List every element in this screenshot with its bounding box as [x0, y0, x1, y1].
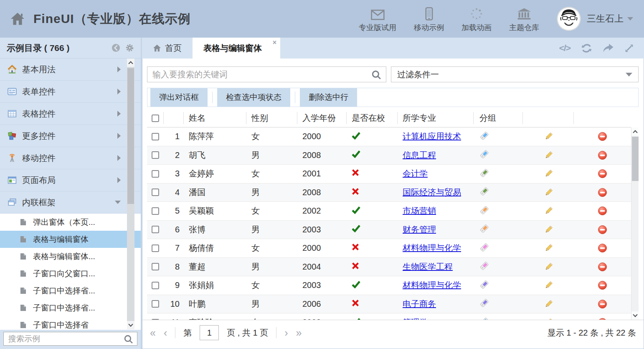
row-checkbox[interactable] [152, 263, 159, 270]
sidebar-subitem[interactable]: 子窗口向父窗口... [0, 265, 141, 282]
column-header[interactable]: 所学专业 [398, 109, 474, 127]
sidebar-item-form[interactable]: 表单控件 [0, 81, 141, 103]
delete-icon[interactable] [598, 132, 607, 141]
major-link[interactable]: 生物医学工程 [403, 261, 453, 273]
toolbar-button[interactable]: 检查选中项状态 [217, 88, 290, 107]
gear-icon[interactable] [125, 43, 134, 52]
collapse-icon[interactable] [112, 43, 120, 52]
next-page-icon[interactable]: › [284, 328, 288, 338]
home-icon[interactable] [10, 12, 25, 25]
major-link[interactable]: 市场营销 [403, 205, 436, 217]
scroll-down-icon[interactable] [631, 311, 639, 320]
edit-icon[interactable] [544, 132, 553, 141]
major-link[interactable]: 财务管理 [403, 224, 436, 235]
delete-icon[interactable] [598, 299, 607, 309]
avatar[interactable] [557, 7, 581, 31]
major-link[interactable]: 会计学 [403, 168, 428, 179]
filter-dropdown[interactable]: 过滤条件一 [391, 66, 639, 82]
last-page-icon[interactable]: » [296, 328, 302, 338]
sidebar-item-mobile[interactable]: 移动控件 [0, 147, 141, 169]
sidebar-item-basic[interactable]: 基本用法 [0, 59, 141, 81]
column-header[interactable]: 是否在校 [347, 109, 398, 127]
column-header[interactable] [574, 109, 631, 127]
row-checkbox[interactable] [152, 207, 159, 215]
sidebar-item-layout[interactable]: 页面布局 [0, 169, 141, 191]
first-page-icon[interactable]: « [150, 328, 156, 338]
header-action-loading[interactable]: 加载动画 [461, 5, 492, 33]
edit-icon[interactable] [544, 206, 553, 216]
row-checkbox[interactable] [152, 282, 159, 289]
sidebar-item-more[interactable]: 更多控件 [0, 125, 141, 147]
major-link[interactable]: 管理学 [403, 317, 428, 320]
header-action-theme[interactable]: 主题仓库 [509, 5, 539, 33]
row-checkbox[interactable] [152, 245, 159, 252]
delete-icon[interactable] [598, 169, 607, 178]
scroll-thumb[interactable] [127, 68, 134, 204]
major-link[interactable]: 材料物理与化学 [403, 242, 461, 254]
scroll-track[interactable] [631, 136, 639, 311]
user-menu[interactable]: 三生石上 [587, 13, 633, 25]
sidebar-item-grid[interactable]: 表格控件 [0, 103, 141, 125]
row-checkbox[interactable] [152, 226, 159, 233]
column-header[interactable] [523, 109, 574, 127]
delete-icon[interactable] [598, 243, 607, 253]
header-action-mobile[interactable]: 移动示例 [414, 5, 444, 33]
edit-icon[interactable] [544, 150, 553, 160]
major-link[interactable]: 国际经济与贸易 [403, 187, 461, 198]
delete-icon[interactable] [598, 262, 607, 272]
sidebar-subitem[interactable]: 子窗口中选择省... [0, 299, 141, 316]
major-link[interactable]: 计算机应用技术 [403, 131, 461, 142]
row-checkbox[interactable] [152, 319, 159, 320]
select-all-checkbox[interactable] [152, 115, 159, 122]
search-icon[interactable] [124, 334, 133, 346]
edit-icon[interactable] [544, 262, 553, 272]
sidebar-subitem[interactable]: 子窗口中选择省 [0, 316, 141, 330]
row-checkbox[interactable] [152, 133, 159, 140]
tab-grid-edit-window[interactable]: 表格与编辑窗体 × [193, 38, 280, 59]
scroll-up-icon[interactable] [631, 127, 639, 136]
major-link[interactable]: 信息工程 [403, 150, 436, 161]
delete-icon[interactable] [598, 318, 607, 320]
refresh-icon[interactable] [581, 43, 592, 53]
header-action-trial[interactable]: 专业版试用 [359, 5, 396, 33]
row-checkbox[interactable] [152, 151, 159, 159]
share-icon[interactable] [603, 43, 614, 53]
major-link[interactable]: 材料物理与化学 [403, 280, 461, 291]
scroll-thumb[interactable] [632, 137, 639, 181]
sidebar-item-iframe[interactable]: 内联框架 [0, 191, 141, 214]
sidebar-search-input[interactable] [3, 332, 137, 346]
major-link[interactable]: 电子商务 [403, 298, 436, 310]
column-header[interactable] [164, 109, 184, 127]
scroll-down-icon[interactable] [127, 321, 134, 329]
tab-home[interactable]: 首页 [142, 38, 193, 59]
prev-page-icon[interactable]: ‹ [164, 328, 167, 338]
delete-icon[interactable] [598, 206, 607, 216]
edit-icon[interactable] [544, 225, 553, 234]
edit-icon[interactable] [544, 299, 553, 309]
edit-icon[interactable] [544, 318, 553, 320]
delete-icon[interactable] [598, 280, 607, 290]
sidebar-subitem[interactable]: 表格与编辑窗体 [0, 231, 141, 248]
toolbar-button[interactable]: 删除选中行 [300, 88, 357, 107]
page-number-input[interactable] [200, 325, 219, 340]
close-icon[interactable]: × [273, 39, 276, 46]
row-checkbox[interactable] [152, 170, 159, 178]
keyword-search-input[interactable] [147, 67, 386, 82]
row-checkbox[interactable] [152, 300, 159, 308]
edit-icon[interactable] [544, 280, 553, 290]
edit-icon[interactable] [544, 243, 553, 253]
sidebar-subitem[interactable]: 弹出窗体（本页... [0, 214, 141, 231]
delete-icon[interactable] [598, 225, 607, 234]
scroll-track[interactable] [127, 67, 134, 321]
column-header[interactable]: 姓名 [184, 109, 246, 127]
column-header[interactable]: 入学年份 [297, 109, 347, 127]
table-scrollbar[interactable] [631, 127, 639, 320]
search-icon[interactable] [371, 70, 381, 82]
column-header[interactable]: 分组 [474, 109, 523, 127]
scroll-up-icon[interactable] [127, 59, 134, 67]
column-header[interactable] [147, 109, 164, 127]
edit-icon[interactable] [544, 188, 553, 197]
row-checkbox[interactable] [152, 189, 159, 196]
delete-icon[interactable] [598, 188, 607, 197]
sidebar-subitem[interactable]: 子窗口中选择省... [0, 282, 141, 299]
